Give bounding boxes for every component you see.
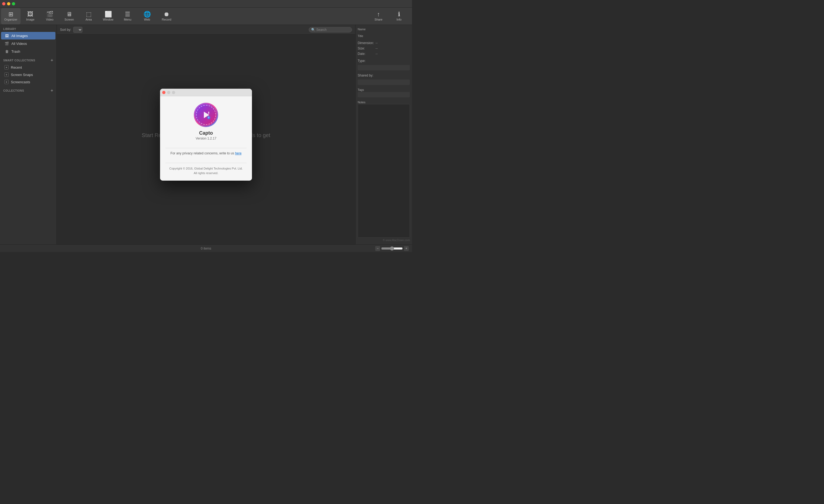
- date-row: Date: --: [358, 52, 410, 56]
- notes-textarea[interactable]: [358, 104, 410, 238]
- date-value: --: [376, 52, 378, 56]
- organizer-icon: ⊞: [8, 11, 13, 17]
- dialog-min-button: [167, 91, 170, 94]
- share-label: Share: [375, 18, 382, 21]
- dimension-value: --: [376, 41, 378, 45]
- dialog-close-button[interactable]: [162, 91, 166, 94]
- dialog-content: + Capto Version 1.2.17 For any privacy r…: [160, 96, 252, 181]
- info-label: Info: [397, 18, 401, 21]
- share-button[interactable]: ↑ Share: [369, 8, 388, 24]
- trash-label: Trash: [11, 49, 20, 54]
- items-count: 0 items: [201, 246, 211, 250]
- share-icon: ↑: [377, 11, 380, 17]
- size-row: Size: --: [358, 46, 410, 50]
- screen-icon: 🖥: [66, 11, 72, 17]
- app-icon-inner: +: [195, 104, 217, 126]
- size-value: --: [376, 46, 378, 50]
- dimension-label: Dimension:: [358, 41, 374, 45]
- all-images-label: All Images: [11, 34, 28, 38]
- toolbar-item-menu[interactable]: ☰ Menu: [118, 8, 137, 24]
- all-videos-icon: 🎬: [4, 41, 9, 46]
- library-section-header: LIBRARY: [0, 25, 57, 32]
- dashed-border: [196, 105, 216, 125]
- zoom-in-button[interactable]: +: [404, 246, 409, 251]
- app-icon: +: [194, 103, 218, 127]
- shared-by-row: Shared by:: [358, 74, 410, 77]
- screencasts-icon: +: [4, 80, 9, 84]
- window-label: Window: [103, 18, 113, 21]
- status-bar: 0 items − +: [0, 244, 412, 252]
- close-button[interactable]: [2, 2, 5, 5]
- content-area: Sort by: 🔍 Start Recording or Capturing …: [57, 25, 355, 244]
- sidebar-item-trash[interactable]: 🗑 Trash: [1, 47, 56, 55]
- menu-icon: ☰: [125, 11, 130, 17]
- toolbar: ⊞ Organizer 🖼 Image 🎬 Video 🖥 Screen ⬚ A…: [0, 8, 412, 25]
- watermark: ® www.MacDown.com: [358, 238, 410, 242]
- app-version: Version 1.2.17: [196, 136, 217, 140]
- privacy-link[interactable]: here: [235, 152, 241, 155]
- date-label: Date:: [358, 52, 374, 56]
- app-name: Capto: [199, 130, 213, 136]
- image-icon: 🖼: [27, 11, 33, 17]
- screen-snaps-label: Screen Snaps: [11, 73, 33, 77]
- name-label: Name: [358, 27, 410, 31]
- toolbar-item-screen[interactable]: 🖥 Screen: [60, 8, 79, 24]
- sidebar-item-screen-snaps[interactable]: + Screen Snaps: [1, 71, 56, 78]
- tags-label: Tags: [358, 88, 410, 91]
- sidebar-item-all-images[interactable]: 🖼 All Images: [1, 32, 56, 39]
- toolbar-item-image[interactable]: 🖼 Image: [20, 8, 40, 24]
- minimize-button[interactable]: [7, 2, 10, 5]
- web-label: Web: [144, 18, 150, 21]
- toolbar-item-web[interactable]: 🌐 Web: [137, 8, 157, 24]
- trash-icon: 🗑: [4, 49, 9, 54]
- divider2: [166, 163, 246, 163]
- all-videos-label: All Videos: [11, 42, 27, 46]
- notes-label: Notes: [358, 101, 410, 104]
- library-label: LIBRARY: [3, 27, 16, 30]
- recent-label: Recent: [11, 66, 22, 70]
- sidebar: LIBRARY 🖼 All Images 🎬 All Videos 🗑 Tras…: [0, 25, 57, 244]
- area-icon: ⬚: [86, 11, 92, 17]
- divider: [166, 148, 246, 148]
- shared-by-label: Shared by:: [358, 74, 374, 77]
- add-smart-collection-button[interactable]: +: [50, 58, 53, 63]
- record-label: Record: [162, 18, 171, 21]
- window-icon: ⬜: [105, 11, 112, 17]
- maximize-button[interactable]: [12, 2, 15, 5]
- info-button[interactable]: ℹ Info: [389, 8, 409, 24]
- type-bar: [358, 65, 410, 70]
- toolbar-item-area[interactable]: ⬚ Area: [79, 8, 98, 24]
- toolbar-item-organizer[interactable]: ⊞ Organizer: [1, 8, 20, 24]
- collections-label: COLLECTIONS: [3, 89, 24, 92]
- collections-section-header: COLLECTIONS +: [0, 86, 57, 94]
- toolbar-item-window[interactable]: ⬜ Window: [98, 8, 118, 24]
- add-collection-button[interactable]: +: [50, 88, 53, 93]
- organizer-label: Organizer: [4, 18, 17, 21]
- sidebar-item-screencasts[interactable]: + Screencasts: [1, 78, 56, 85]
- name-section: Name: [358, 27, 410, 31]
- zoom-out-button[interactable]: −: [375, 246, 380, 251]
- title-bar: [0, 0, 412, 8]
- dialog-overlay: + Capto Version 1.2.17 For any privacy r…: [57, 25, 355, 244]
- sidebar-item-all-videos[interactable]: 🎬 All Videos: [1, 40, 56, 47]
- area-label: Area: [85, 18, 92, 21]
- shared-by-bar: [358, 80, 410, 85]
- dimension-row: Dimension: --: [358, 41, 410, 45]
- dialog-titlebar: [160, 89, 252, 96]
- smart-collections-section-header: SMART COLLECTIONS +: [0, 56, 57, 64]
- privacy-text: For any privacy related concerns, write …: [171, 152, 242, 155]
- notes-section: Notes ® www.MacDown.com: [358, 101, 410, 242]
- all-images-icon: 🖼: [4, 33, 9, 38]
- copyright: Copyright © 2016, Global Delight Technol…: [169, 166, 242, 175]
- toolbar-item-video[interactable]: 🎬 Video: [40, 8, 60, 24]
- info-icon: ℹ: [398, 11, 400, 17]
- dialog-max-button: [172, 91, 175, 94]
- zoom-controls: − +: [375, 246, 409, 251]
- smart-collections-label: SMART COLLECTIONS: [3, 59, 35, 62]
- about-dialog: + Capto Version 1.2.17 For any privacy r…: [160, 89, 252, 181]
- sidebar-item-recent[interactable]: + Recent: [1, 64, 56, 71]
- type-row: Type:: [358, 59, 410, 63]
- toolbar-item-record[interactable]: ⏺ Record: [157, 8, 176, 24]
- web-icon: 🌐: [143, 11, 151, 17]
- zoom-slider[interactable]: [381, 246, 403, 250]
